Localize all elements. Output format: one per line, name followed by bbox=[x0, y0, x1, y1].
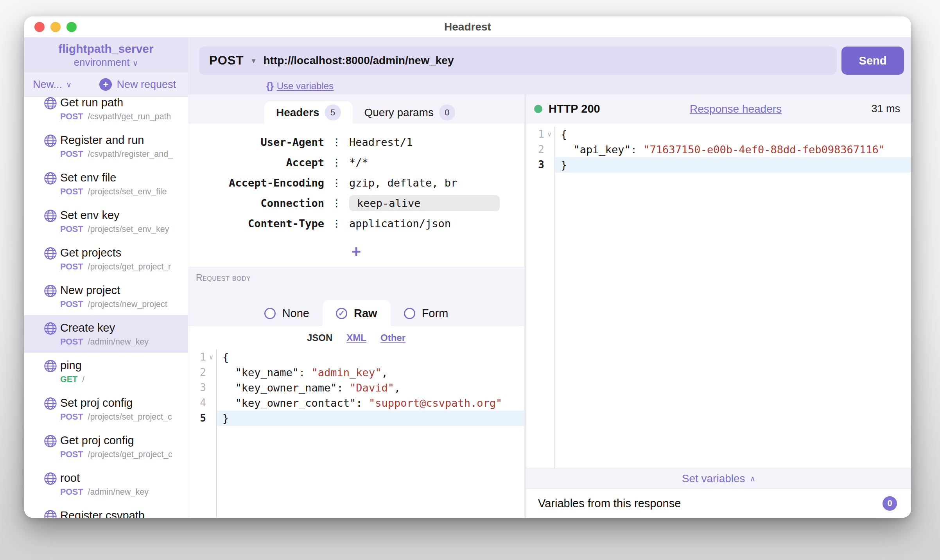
request-item-subtitle: POST/projects/new_project bbox=[60, 299, 185, 309]
code-token: "admin_key" bbox=[312, 366, 382, 379]
body-format-selector: JSONXMLOther bbox=[188, 326, 524, 346]
request-list-item[interactable]: Register and runPOST/csvpath/register_an… bbox=[24, 127, 188, 165]
tab-label: Query params bbox=[364, 106, 434, 119]
format-other[interactable]: Other bbox=[380, 332, 405, 343]
line-number: 1 bbox=[538, 127, 544, 142]
tab-label: Headers bbox=[276, 106, 319, 119]
add-header-button[interactable]: + bbox=[352, 243, 361, 260]
code-line[interactable]: "key_name": "admin_key", bbox=[217, 365, 524, 380]
request-item-method: GET bbox=[60, 375, 77, 384]
request-list-item[interactable]: Set env keyPOST/projects/set_env_key bbox=[24, 203, 188, 240]
request-list-item[interactable]: Create keyPOST/admin/new_key bbox=[24, 315, 188, 353]
code-line[interactable]: { bbox=[555, 127, 911, 142]
code-line[interactable]: "key_owner_name": "David", bbox=[217, 380, 524, 395]
variables-count-badge: 0 bbox=[883, 496, 897, 511]
request-list-item[interactable]: Get projectsPOST/projects/get_project_r bbox=[24, 240, 188, 278]
header-key[interactable]: Content-Type bbox=[188, 217, 324, 230]
header-separator-icon: ⋮ bbox=[324, 197, 349, 209]
response-body-editor[interactable]: 1∨23 { "api_key": "71637150-e00b-4ef0-88… bbox=[526, 124, 911, 468]
radio-checked-icon: ✓ bbox=[336, 308, 347, 319]
body-mode-none[interactable]: ✓None bbox=[251, 300, 323, 326]
body-mode-raw[interactable]: ✓Raw bbox=[323, 300, 391, 326]
code-line[interactable]: } bbox=[217, 411, 524, 426]
request-item-path: /projects/set_project_c bbox=[88, 412, 172, 422]
request-item-path: /projects/get_project_r bbox=[88, 262, 171, 271]
line-number: 1 bbox=[200, 350, 206, 365]
response-time: 31 ms bbox=[871, 103, 900, 115]
request-item-title: Get projects bbox=[60, 245, 185, 260]
url-input[interactable]: http://localhost:8000/admin/new_key bbox=[263, 54, 454, 67]
header-value[interactable]: */* bbox=[349, 156, 368, 169]
response-editor-code[interactable]: { "api_key": "71637150-e00b-4ef0-88dd-fe… bbox=[555, 127, 911, 468]
code-token: , bbox=[394, 382, 400, 394]
request-body-editor[interactable]: 1∨2345 { "key_name": "admin_key", "key_o… bbox=[188, 346, 524, 518]
tab-count-badge: 0 bbox=[439, 104, 455, 120]
body-mode-selector: ✓None✓Raw✓Form bbox=[188, 300, 524, 326]
line-number: 3 bbox=[538, 157, 544, 172]
header-row: Connection⋮keep-alive bbox=[188, 194, 524, 212]
new-menu-button[interactable]: New... ∨ bbox=[33, 79, 72, 91]
tab-headers[interactable]: Headers5 bbox=[264, 101, 353, 124]
header-key[interactable]: Accept bbox=[188, 156, 324, 169]
header-value[interactable]: application/json bbox=[349, 217, 451, 230]
header-value[interactable]: keep-alive bbox=[349, 195, 500, 211]
response-headers-link[interactable]: Response headers bbox=[600, 103, 872, 115]
request-item-subtitle: POST/projects/get_project_c bbox=[60, 449, 185, 459]
request-item-path: /csvpath/get_run_path bbox=[88, 112, 171, 121]
request-list-item[interactable]: rootPOST/admin/new_key bbox=[24, 465, 188, 503]
format-xml[interactable]: XML bbox=[346, 332, 366, 343]
fold-chevron-icon[interactable]: ∨ bbox=[544, 127, 554, 142]
code-line[interactable]: } bbox=[555, 157, 911, 172]
code-line[interactable]: { bbox=[217, 350, 524, 365]
method-dropdown[interactable]: POST bbox=[209, 54, 244, 68]
tab-count-badge: 5 bbox=[325, 104, 341, 120]
header-key[interactable]: Connection bbox=[188, 197, 324, 209]
request-list-item[interactable]: New projectPOST/projects/new_project bbox=[24, 278, 188, 315]
send-button[interactable]: Send bbox=[841, 47, 904, 75]
request-list-item[interactable]: Set env filePOST/projects/set_env_file bbox=[24, 165, 188, 203]
use-variables-link[interactable]: Use variables bbox=[277, 81, 334, 92]
globe-icon bbox=[44, 434, 57, 448]
sidebar: flightpath_server environment ∨ New... ∨… bbox=[24, 38, 188, 518]
code-token: "71637150-e00b-4ef0-88dd-feb098367116" bbox=[643, 144, 885, 156]
globe-icon bbox=[44, 247, 57, 260]
request-list-item[interactable]: Get run pathPOST/csvpath/get_run_path bbox=[24, 97, 188, 127]
code-line[interactable]: "key_owner_contact": "support@csvpath.or… bbox=[217, 395, 524, 411]
radio-icon: ✓ bbox=[264, 308, 276, 319]
tab-query-params[interactable]: Query params0 bbox=[353, 101, 467, 124]
code-token: "api_key": bbox=[561, 144, 643, 156]
environment-selector[interactable]: flightpath_server environment ∨ bbox=[24, 38, 188, 72]
request-item-path: /admin/new_key bbox=[88, 487, 149, 497]
request-item-subtitle: POST/projects/set_project_c bbox=[60, 412, 185, 422]
request-editor-code[interactable]: { "key_name": "admin_key", "key_owner_na… bbox=[217, 350, 524, 518]
request-list-item[interactable]: pingGET/ bbox=[24, 353, 188, 390]
status-ok-icon bbox=[534, 105, 542, 113]
request-list-item[interactable]: Set proj configPOST/projects/set_project… bbox=[24, 390, 188, 428]
format-json[interactable]: JSON bbox=[307, 332, 332, 343]
request-tabs: Headers5Query params0 bbox=[188, 94, 524, 124]
response-panel: HTTP 200 Response headers 31 ms 1∨23 { "… bbox=[526, 94, 911, 518]
request-list-item[interactable]: Register csvpathPOST/csvpath/register_cs… bbox=[24, 503, 188, 518]
globe-icon bbox=[44, 359, 57, 373]
header-value[interactable]: Headrest/1 bbox=[349, 136, 413, 148]
globe-icon bbox=[44, 510, 57, 518]
request-list-item[interactable]: Get proj configPOST/projects/get_project… bbox=[24, 428, 188, 465]
fold-chevron-icon[interactable]: ∨ bbox=[206, 350, 216, 365]
header-separator-icon: ⋮ bbox=[324, 218, 349, 229]
code-token: "David" bbox=[350, 382, 394, 394]
code-token: , bbox=[381, 366, 387, 379]
header-separator-icon: ⋮ bbox=[324, 157, 349, 168]
editor-line-number: 3 bbox=[526, 157, 554, 172]
new-request-button[interactable]: + New request bbox=[99, 78, 176, 91]
code-line[interactable]: "api_key": "71637150-e00b-4ef0-88dd-feb0… bbox=[555, 142, 911, 157]
body-mode-form[interactable]: ✓Form bbox=[391, 300, 462, 326]
request-item-method: POST bbox=[60, 149, 83, 159]
header-key[interactable]: User-Agent bbox=[188, 136, 324, 148]
code-token: } bbox=[561, 159, 567, 171]
header-value[interactable]: gzip, deflate, br bbox=[349, 177, 457, 189]
header-key[interactable]: Accept-Encoding bbox=[188, 177, 324, 189]
url-bar[interactable]: POST ▾ http://localhost:8000/admin/new_k… bbox=[199, 47, 837, 75]
line-number: 3 bbox=[200, 380, 206, 395]
request-item-subtitle: POST/projects/set_env_file bbox=[60, 187, 185, 197]
set-variables-toggle[interactable]: Set variables ∧ bbox=[526, 468, 911, 489]
